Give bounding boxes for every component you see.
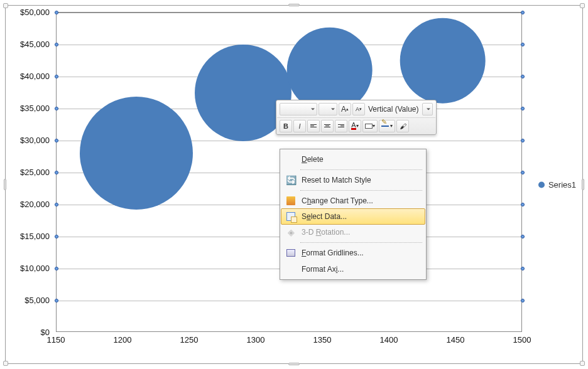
reset-icon: 🔄: [284, 173, 298, 187]
axis-dot: [55, 235, 58, 238]
x-axis-tick-label: 1200: [114, 335, 132, 345]
axis-dot: [521, 139, 525, 142]
axis-dot: [521, 235, 525, 238]
bold-button[interactable]: B: [280, 120, 292, 132]
axis-dot: [55, 139, 58, 142]
axis-dot: [55, 75, 58, 78]
legend-marker: [538, 181, 545, 188]
axis-dot: [55, 107, 58, 110]
bubble-point[interactable]: [80, 97, 193, 210]
axis-dot: [521, 107, 525, 110]
y-axis-tick-label: $0: [6, 328, 50, 337]
grow-font-button[interactable]: A▴: [339, 103, 351, 115]
axis-dot: [55, 267, 58, 270]
menu-separator: [300, 190, 422, 191]
y-axis-tick-label: $10,000: [6, 264, 50, 273]
context-menu[interactable]: Delete 🔄 Reset to Match Style Change Cha…: [280, 149, 427, 280]
chart-object[interactable]: $50,000$45,000$40,000$35,000$30,000$25,0…: [5, 5, 583, 364]
y-axis-tick-label: $40,000: [6, 72, 50, 81]
y-axis-tick-label: $50,000: [6, 8, 50, 17]
mini-format-toolbar[interactable]: A▴ A▾ Vertical (Value) B I A▾ ▾ ▾: [276, 100, 437, 135]
y-axis-tick-label: $20,000: [6, 200, 50, 209]
menu-format-gridlines[interactable]: Format Gridlines...: [281, 245, 425, 261]
font-family-select[interactable]: [280, 103, 317, 115]
bubble-point[interactable]: [400, 18, 486, 104]
axis-dot: [55, 11, 58, 14]
axis-dot: [521, 75, 525, 78]
resize-handle-top[interactable]: [288, 4, 300, 6]
rotation-3d-icon: ◈: [284, 225, 298, 239]
menu-separator: [300, 242, 422, 243]
scope-label: Vertical (Value): [368, 105, 418, 114]
align-left-button[interactable]: [307, 120, 320, 132]
y-axis-tick-label: $5,000: [6, 296, 50, 305]
gridline[interactable]: [57, 13, 521, 13]
axis-dot: [55, 43, 58, 46]
scope-dropdown[interactable]: [422, 103, 433, 115]
menu-delete[interactable]: Delete: [281, 151, 425, 168]
legend[interactable]: Series1: [538, 180, 576, 190]
x-axis-tick-label: 1300: [247, 335, 265, 345]
x-axis-tick-label: 1500: [513, 335, 531, 345]
axis-dot: [521, 43, 525, 46]
resize-handle-bottom[interactable]: [288, 363, 300, 365]
y-axis-tick-label: $25,000: [6, 168, 50, 177]
axis-dot: [521, 267, 525, 270]
resize-handle-br[interactable]: [580, 361, 585, 366]
font-color-button[interactable]: A▾: [349, 120, 361, 132]
align-right-button[interactable]: [335, 120, 347, 132]
menu-change-chart-type[interactable]: Change Chart Type...: [281, 193, 425, 209]
shrink-font-button[interactable]: A▾: [352, 103, 365, 115]
select-data-icon: [284, 210, 298, 223]
axis-dot: [521, 171, 525, 174]
x-axis-tick-label: 1250: [180, 335, 199, 345]
menu-reset[interactable]: 🔄 Reset to Match Style: [281, 172, 425, 188]
resize-handle-right[interactable]: [582, 179, 584, 190]
font-size-select[interactable]: [318, 103, 337, 115]
italic-button[interactable]: I: [293, 120, 306, 132]
legend-label: Series1: [548, 180, 576, 190]
fill-color-button[interactable]: ▾: [362, 120, 378, 132]
y-axis-tick-label: $45,000: [6, 40, 50, 49]
blank-icon: [284, 262, 298, 276]
y-axis-tick-label: $35,000: [6, 104, 50, 113]
x-axis-tick-label: 1400: [380, 335, 398, 345]
format-painter-button[interactable]: [396, 120, 409, 132]
y-axis-tick-label: $15,000: [6, 232, 50, 241]
chart-type-icon: [284, 194, 298, 208]
align-center-button[interactable]: [321, 120, 334, 132]
x-axis-tick-label: 1450: [447, 335, 465, 345]
axis-dot: [521, 203, 525, 206]
resize-handle-tr[interactable]: [580, 3, 585, 8]
menu-format-axis[interactable]: Format Axi...: [281, 261, 425, 277]
axis-dot: [55, 171, 58, 174]
y-axis-tick-label: $30,000: [6, 136, 50, 145]
resize-handle-left[interactable]: [4, 179, 6, 190]
menu-select-data[interactable]: Select Data...: [281, 208, 425, 225]
axis-dot: [521, 11, 525, 14]
menu-3d-rotation: ◈ 3-D Rotation...: [281, 224, 425, 240]
axis-dot: [55, 203, 58, 206]
blank-icon: [284, 152, 298, 166]
menu-separator: [300, 169, 422, 170]
format-gridlines-icon: [284, 246, 298, 260]
gridline[interactable]: [57, 301, 521, 301]
axis-dot: [55, 299, 58, 302]
axis-dot: [521, 299, 525, 302]
outline-color-button[interactable]: ▾: [379, 120, 395, 132]
x-axis-tick-label: 1150: [47, 335, 65, 345]
resize-handle-bl[interactable]: [3, 361, 8, 366]
x-axis-tick-label: 1350: [313, 335, 332, 345]
